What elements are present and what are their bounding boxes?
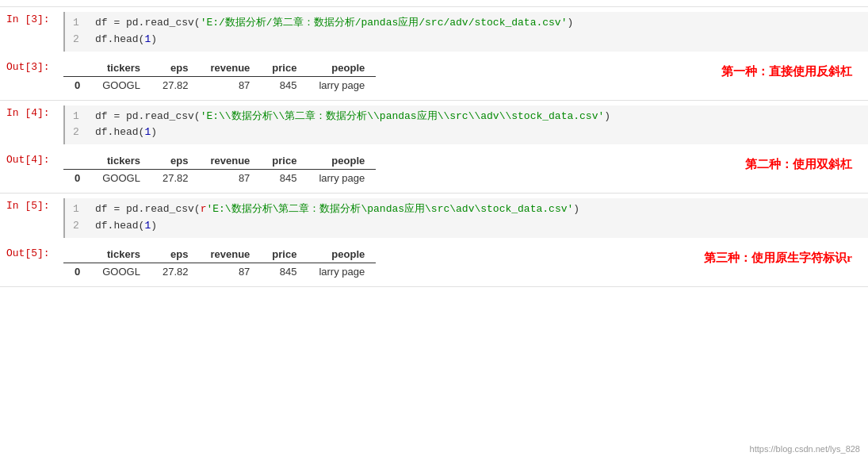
code-line-1-2: 2df.head(1) [73,32,860,48]
table-header-0 [63,152,91,170]
code-text: df.head(1) [95,125,157,141]
table-header-2: eps [151,59,200,77]
code-line-3-2: 2df.head(1) [73,218,860,235]
cell-3: In [5]:1df = pd.read_csv(r'E:\数据分析\第二章：数… [0,193,868,287]
line-number: 1 [73,201,89,218]
code-line-2-2: 2df.head(1) [73,125,860,141]
watermark: https://blog.csdn.net/lys_828 [750,444,860,454]
input-label-2: In [4]: [0,105,63,119]
table-cell-0-5: larry page [308,170,376,187]
table-cell-0-3: 87 [199,170,261,187]
input-label-3: In [5]: [0,198,63,212]
output-label-1: Out[3]: [0,59,63,73]
table-cell-0-5: larry page [308,76,376,94]
table-header-2: eps [151,152,200,170]
table-header-4: price [261,59,308,77]
code-block-1: 1df = pd.read_csv('E:/数据分析/第二章：数据分析/pand… [63,12,868,52]
code-text: df.head(1) [95,218,157,235]
table-cell-0-4: 845 [261,263,308,280]
code-text: df = pd.read_csv('E:/数据分析/第二章：数据分析/panda… [95,15,573,32]
input-label-1: In [3]: [0,12,63,25]
table-header-3: revenue [199,152,261,170]
table-cell-0-0: 0 [63,170,91,187]
table-cell-0-3: 87 [199,263,261,280]
code-text: df = pd.read_csv('E:\\数据分析\\第二章：数据分析\\pa… [95,109,610,125]
output-label-3: Out[5]: [0,246,63,259]
code-line-3-1: 1df = pd.read_csv(r'E:\数据分析\第二章：数据分析\pan… [73,201,860,218]
code-block-2: 1df = pd.read_csv('E:\\数据分析\\第二章：数据分析\\p… [63,105,868,145]
line-number: 2 [73,218,89,235]
table-header-1: tickers [91,152,151,170]
table-cell-0-0: 0 [63,76,91,94]
code-block-3: 1df = pd.read_csv(r'E:\数据分析\第二章：数据分析\pan… [63,198,868,238]
code-text: df = pd.read_csv(r'E:\数据分析\第二章：数据分析\pand… [95,201,579,218]
table-header-3: revenue [199,246,261,263]
dataframe-table-1: tickersepsrevenuepricepeople0GOOGL27.828… [63,59,376,94]
table-header-0 [63,246,91,263]
table-cell-0-2: 27.82 [151,263,200,280]
code-line-1-1: 1df = pd.read_csv('E:/数据分析/第二章：数据分析/pand… [73,15,860,32]
table-row: 0GOOGL27.8287845larry page [63,263,376,280]
output-label-2: Out[4]: [0,152,63,166]
table-header-0 [63,59,91,77]
dataframe-table-2: tickersepsrevenuepricepeople0GOOGL27.828… [63,152,376,186]
table-cell-0-1: GOOGL [91,170,151,187]
cell-2: In [4]:1df = pd.read_csv('E:\\数据分析\\第二章：… [0,100,868,194]
table-cell-0-2: 27.82 [151,170,200,187]
line-number: 2 [73,32,89,48]
cell-input-1: In [3]:1df = pd.read_csv('E:/数据分析/第二章：数据… [0,7,868,56]
table-header-4: price [261,152,308,170]
table-cell-0-5: larry page [308,263,376,280]
table-cell-0-1: GOOGL [91,76,151,94]
table-header-4: price [261,246,308,263]
cell-output-3: Out[5]:tickersepsrevenuepricepeople0GOOG… [0,243,868,286]
table-cell-0-2: 27.82 [151,76,200,94]
table-header-1: tickers [91,246,151,263]
annotation-2: 第二种：使用双斜杠 [745,157,852,172]
code-line-2-1: 1df = pd.read_csv('E:\\数据分析\\第二章：数据分析\\p… [73,109,860,125]
dataframe-table-3: tickersepsrevenuepricepeople0GOOGL27.828… [63,246,376,280]
table-cell-0-3: 87 [199,76,261,94]
code-text: df.head(1) [95,32,157,48]
line-number: 1 [73,109,89,125]
table-row: 0GOOGL27.8287845larry page [63,170,376,187]
table-header-5: people [308,152,376,170]
cell-output-2: Out[4]:tickersepsrevenuepricepeople0GOOG… [0,149,868,193]
table-header-5: people [308,246,376,263]
table-header-5: people [308,59,376,77]
table-cell-0-4: 845 [261,76,308,94]
table-cell-0-4: 845 [261,170,308,187]
line-number: 1 [73,15,89,32]
table-header-3: revenue [199,59,261,77]
annotation-3: 第三种：使用原生字符标识r [704,251,852,266]
cell-1: In [3]:1df = pd.read_csv('E:/数据分析/第二章：数据… [0,6,868,100]
table-cell-0-1: GOOGL [91,263,151,280]
table-cell-0-0: 0 [63,263,91,280]
table-header-2: eps [151,246,200,263]
line-number: 2 [73,125,89,141]
notebook: In [3]:1df = pd.read_csv('E:/数据分析/第二章：数据… [0,0,868,293]
annotation-1: 第一种：直接使用反斜杠 [721,64,852,79]
cell-input-2: In [4]:1df = pd.read_csv('E:\\数据分析\\第二章：… [0,101,868,150]
table-row: 0GOOGL27.8287845larry page [63,76,376,94]
cell-output-1: Out[3]:tickersepsrevenuepricepeople0GOOG… [0,56,868,100]
table-header-1: tickers [91,59,151,77]
cell-input-3: In [5]:1df = pd.read_csv(r'E:\数据分析\第二章：数… [0,194,868,243]
